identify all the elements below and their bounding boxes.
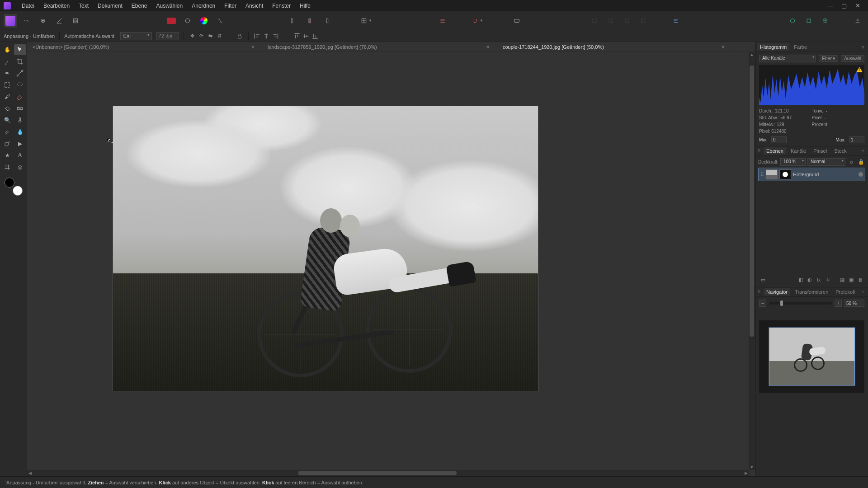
tool-vector[interactable]: ▶ [14, 138, 26, 149]
layer-preview-toggle[interactable]: ▭ [759, 276, 767, 283]
tool-pen[interactable]: ✒ [1, 68, 13, 79]
opacity-input[interactable]: 100 % [780, 158, 806, 166]
layers-panel-menu[interactable]: ≡ [860, 148, 866, 154]
persona-liquify[interactable] [20, 14, 33, 28]
zoom-out-button[interactable]: − [759, 300, 766, 307]
auto-select-dropdown[interactable]: Ein [120, 32, 152, 40]
align-vcenter-icon[interactable] [302, 32, 310, 40]
histogram-src-auswahl[interactable]: Auswahl [841, 55, 864, 62]
window-minimize-button[interactable]: ― [824, 1, 837, 10]
tool-move[interactable] [14, 44, 26, 55]
tool-blur[interactable]: 💧 [14, 127, 26, 137]
tab-farbe[interactable]: Farbe [791, 43, 810, 51]
menu-hilfe[interactable]: Hilfe [295, 1, 315, 11]
color-wheel-icon[interactable] [197, 14, 211, 28]
navigator-panel-menu[interactable]: ≡ [860, 289, 866, 295]
align-left-icon[interactable] [253, 32, 261, 40]
histogram-channel-dropdown[interactable]: Alle Kanäle [759, 55, 816, 62]
foreground-color-swatch[interactable] [13, 186, 23, 196]
live-filter-button[interactable]: ≋ [824, 276, 832, 283]
tab-stock[interactable]: Stock [831, 147, 849, 155]
menu-anordnen[interactable]: Anordnen [187, 1, 220, 11]
align-panel-icon[interactable] [436, 14, 449, 28]
layer-options-icon[interactable]: ☼ [847, 158, 855, 166]
grid-dropdown[interactable]: ▼ [356, 14, 376, 28]
histogram-min-input[interactable] [771, 136, 787, 143]
tab-pinsel[interactable]: Pinsel [811, 147, 830, 155]
fx-layer-button[interactable]: fx [815, 276, 823, 283]
tool-shape[interactable]: ★ [1, 150, 13, 161]
blend-mode-dropdown[interactable]: Normal [807, 158, 845, 166]
window-close-button[interactable]: ✕ [851, 1, 864, 10]
persona-develop[interactable] [36, 14, 50, 28]
tool-gradient[interactable] [14, 103, 26, 114]
snap-left-icon[interactable] [287, 14, 300, 28]
background-color-swatch[interactable] [5, 178, 14, 188]
tool-mesh[interactable] [1, 162, 13, 173]
preview-icon[interactable] [510, 14, 524, 28]
tool-heal[interactable] [1, 127, 13, 137]
color-swatches[interactable] [5, 178, 23, 196]
horizontal-scrollbar[interactable]: ◀ ▶ [27, 470, 749, 476]
snap-right-icon[interactable] [319, 14, 333, 28]
zoom-value[interactable]: 50 % [844, 300, 864, 307]
swatch-red-button[interactable] [165, 14, 178, 28]
doc-tab-3-close[interactable]: × [719, 43, 726, 50]
tab-transformieren[interactable]: Transformieren [792, 288, 831, 296]
align-right-icon[interactable] [271, 32, 279, 40]
tool-dodge[interactable] [1, 138, 13, 149]
lock-children-icon[interactable] [236, 32, 244, 40]
menu-fenster[interactable]: Fenster [268, 1, 295, 11]
assistant-icon[interactable] [669, 14, 683, 28]
persona-photo[interactable] [4, 14, 17, 28]
menu-dokument[interactable]: Dokument [93, 1, 127, 11]
dpi-field[interactable]: 72 dpi [156, 32, 179, 40]
sync-icon[interactable] [786, 14, 799, 28]
histogram-max-input[interactable] [849, 136, 864, 143]
tab-protokoll[interactable]: Protokoll [833, 288, 858, 296]
add-layer-button[interactable]: ▦ [838, 276, 846, 283]
transform-rotate-icon[interactable]: ⟳ [198, 32, 206, 40]
tool-brush[interactable]: 🖌 [1, 91, 13, 102]
tool-crop[interactable] [14, 56, 26, 67]
tool-node[interactable] [14, 68, 26, 79]
window-maximize-button[interactable]: ▢ [837, 1, 851, 10]
group-layer-button[interactable]: ▣ [847, 276, 855, 283]
align-top-icon[interactable] [293, 32, 301, 40]
menu-filter[interactable]: Filter [220, 1, 241, 11]
tool-zoom[interactable]: 🔍 [1, 115, 13, 126]
vertical-scrollbar[interactable]: ▲ ▼ [749, 52, 755, 470]
align-bottom-icon[interactable] [311, 32, 319, 40]
tool-hand[interactable]: ✋ [1, 44, 13, 55]
delete-layer-button[interactable]: 🗑 [856, 276, 864, 283]
zoom-slider[interactable] [769, 302, 832, 305]
snap-dropdown[interactable]: ▼ [468, 14, 486, 28]
persona-export[interactable] [69, 14, 82, 28]
transform-flip-v-icon[interactable]: ⇵ [216, 32, 224, 40]
tab-kanaele[interactable]: Kanäle [788, 147, 809, 155]
tool-lasso[interactable] [14, 80, 26, 90]
zoom-slider-thumb[interactable] [780, 300, 783, 306]
scroll-up-arrow[interactable]: ▲ [749, 52, 755, 57]
snap-center-icon[interactable] [303, 14, 316, 28]
transform-move-icon[interactable]: ✥ [189, 32, 197, 40]
tab-navigator[interactable]: Navigator [764, 288, 790, 296]
mask-layer-button[interactable]: ◧ [797, 276, 805, 283]
navigator-viewport-rect[interactable] [769, 328, 855, 385]
tool-colorpicker[interactable] [1, 56, 13, 67]
cloud-icon[interactable] [802, 14, 816, 28]
tool-marquee[interactable] [1, 80, 13, 90]
tab-histogramm[interactable]: Histogramm [757, 43, 789, 51]
tool-eraser[interactable] [14, 91, 26, 102]
transform-flip-h-icon[interactable]: ⇋ [207, 32, 215, 40]
navigator-thumbnail[interactable] [759, 320, 864, 393]
doc-tab-3[interactable]: couple-1718244_1920.jpg [Geändert] (50,0… [497, 42, 732, 52]
doc-tab-1[interactable]: <Unbenannt> [Geändert] (100,0%) × [27, 42, 262, 52]
adjustment-layer-button[interactable]: ◐ [806, 276, 814, 283]
doc-tab-2[interactable]: landscape-3127859_1920.jpg [Geändert] (7… [262, 42, 497, 52]
tool-text[interactable]: A [14, 150, 26, 161]
histogram-src-ebene[interactable]: Ebene [819, 55, 838, 62]
canvas-viewport[interactable]: ↖ ▲ ▼ ◀ ▶ [27, 52, 755, 476]
zoom-in-button[interactable]: + [835, 300, 842, 307]
doc-tab-1-close[interactable]: × [249, 43, 256, 50]
